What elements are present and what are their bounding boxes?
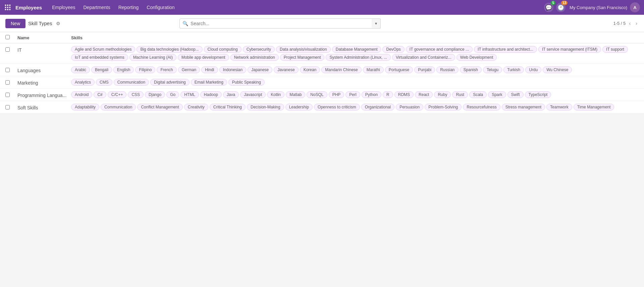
skill-tag[interactable]: Arabic <box>71 66 90 73</box>
activity-notifications[interactable]: 🕐 13 <box>556 3 566 12</box>
search-input[interactable] <box>179 18 381 29</box>
skill-tag[interactable]: Mandarin Chinese <box>321 66 361 73</box>
skill-tag[interactable]: Adaptability <box>71 104 99 110</box>
skill-tag[interactable]: IoT and embedded systems <box>71 54 128 61</box>
skill-tag[interactable]: Portuguese <box>385 66 413 73</box>
user-avatar[interactable]: A <box>630 2 640 12</box>
skill-tag[interactable]: Spanish <box>460 66 482 73</box>
skill-tag[interactable]: Marathi <box>363 66 384 73</box>
skill-tag[interactable]: Critical Thinking <box>210 104 246 110</box>
skill-tag[interactable]: Digital advertising <box>150 79 190 86</box>
row-checkbox-1[interactable] <box>5 68 10 72</box>
skill-tag[interactable]: IT support <box>602 46 628 53</box>
skill-tag[interactable]: Urdu <box>525 66 541 73</box>
skill-tag[interactable]: Japanese <box>248 66 272 73</box>
skill-tag[interactable]: Public Speaking <box>228 79 265 86</box>
skill-tag[interactable]: Android <box>71 91 92 98</box>
apps-menu-button[interactable] <box>4 4 11 11</box>
row-checkbox-4[interactable] <box>5 105 10 109</box>
skill-tag[interactable]: Teamwork <box>546 104 572 110</box>
skill-tag[interactable]: Hadoop <box>200 91 222 98</box>
skill-tag[interactable]: Turkish <box>503 66 524 73</box>
skill-tag[interactable]: German <box>178 66 200 73</box>
skill-tag[interactable]: R <box>383 91 393 98</box>
skill-tag[interactable]: Project Management <box>280 54 325 61</box>
skill-tag[interactable]: Perl <box>345 91 360 98</box>
skill-tag[interactable]: Conflict Management <box>137 104 182 110</box>
skill-tag[interactable]: Java <box>223 91 239 98</box>
skill-tag[interactable]: Python <box>362 91 381 98</box>
next-page-button[interactable]: › <box>634 20 639 27</box>
skill-tag[interactable]: TypeScript <box>525 91 551 98</box>
skill-tag[interactable]: Cybersecurity <box>243 46 275 53</box>
skill-tag[interactable]: CSS <box>128 91 144 98</box>
nav-reporting[interactable]: Reporting <box>115 3 142 11</box>
row-name-4[interactable]: Soft Skills <box>17 104 71 110</box>
skill-tag[interactable]: French <box>157 66 176 73</box>
skill-tag[interactable]: Javanese <box>274 66 298 73</box>
skill-tag[interactable]: Django <box>145 91 165 98</box>
skill-tag[interactable]: Bengali <box>91 66 112 73</box>
skill-tag[interactable]: Matlab <box>286 91 305 98</box>
skill-tag[interactable]: Hindi <box>201 66 218 73</box>
skill-tag[interactable]: English <box>113 66 134 73</box>
row-checkbox-2[interactable] <box>5 80 10 85</box>
skill-tag[interactable]: Analytics <box>71 79 95 86</box>
skill-tag[interactable]: Telugu <box>483 66 502 73</box>
row-name-0[interactable]: IT <box>17 46 71 53</box>
skill-tag[interactable]: IT service management (ITSM) <box>538 46 601 53</box>
skill-tag[interactable]: Stress management <box>502 104 545 110</box>
skill-tag[interactable]: Database Management <box>332 46 381 53</box>
skill-tag[interactable]: Go <box>166 91 179 98</box>
skill-tag[interactable]: Virtualization and Containeriz... <box>392 54 455 61</box>
skill-tag[interactable]: Creativity <box>184 104 208 110</box>
skill-tag[interactable]: Communication <box>114 79 149 86</box>
skill-tag[interactable]: HTML <box>180 91 199 98</box>
skill-tag[interactable]: Filipino <box>135 66 155 73</box>
skill-tag[interactable]: Mobile app development <box>178 54 229 61</box>
skill-tag[interactable]: Russian <box>436 66 458 73</box>
skill-tag[interactable]: Punjabi <box>414 66 435 73</box>
chat-notifications[interactable]: 💬 5 <box>544 3 553 12</box>
row-checkbox-0[interactable] <box>5 47 10 52</box>
skill-tag[interactable]: Spark <box>488 91 506 98</box>
prev-page-button[interactable]: ‹ <box>628 20 632 27</box>
skill-tag[interactable]: IT governance and compliance ... <box>406 46 473 53</box>
skill-tag[interactable]: Ruby <box>434 91 451 98</box>
new-button[interactable]: New <box>5 19 25 28</box>
skill-tag[interactable]: Problem-Solving <box>425 104 462 110</box>
skill-tag[interactable]: Rust <box>452 91 468 98</box>
skill-tag[interactable]: CMS <box>96 79 112 86</box>
skill-tag[interactable]: DevOps <box>382 46 404 53</box>
row-name-2[interactable]: Marketing <box>17 79 71 86</box>
skill-tag[interactable]: System Administration (Linux, ... <box>326 54 390 61</box>
select-all-checkbox[interactable] <box>5 35 10 39</box>
skill-tag[interactable]: Data analysis/visualization <box>276 46 331 53</box>
skill-tag[interactable]: RDMS <box>394 91 414 98</box>
skill-tag[interactable]: Web Development <box>457 54 497 61</box>
search-dropdown-button[interactable]: ▾ <box>372 18 381 29</box>
skill-tag[interactable]: Wu Chinese <box>543 66 572 73</box>
skill-tag[interactable]: C# <box>94 91 106 98</box>
row-checkbox-3[interactable] <box>5 93 10 97</box>
skill-tag[interactable]: Agile and Scrum methodologies <box>71 46 135 53</box>
skill-tag[interactable]: Resourcefulness <box>463 104 500 110</box>
skill-tag[interactable]: Scala <box>469 91 487 98</box>
skill-tag[interactable]: Javascript <box>240 91 266 98</box>
skill-tag[interactable]: Swift <box>507 91 524 98</box>
skill-tag[interactable]: Openness to criticism <box>314 104 360 110</box>
nav-configuration[interactable]: Configuration <box>143 3 178 11</box>
skill-tag[interactable]: React <box>415 91 433 98</box>
skill-tag[interactable]: Big data technologies (Hadoop... <box>137 46 202 53</box>
skill-tag[interactable]: Leadership <box>285 104 313 110</box>
skill-tag[interactable]: IT infrastructure and architect... <box>474 46 537 53</box>
skill-tag[interactable]: Decision-Making <box>247 104 284 110</box>
skill-tag[interactable]: C/C++ <box>108 91 127 98</box>
skill-tag[interactable]: Time Management <box>574 104 614 110</box>
row-name-1[interactable]: Languages <box>17 66 71 73</box>
skill-tag[interactable]: Email Marketing <box>191 79 227 86</box>
skill-tag[interactable]: Korean <box>300 66 320 73</box>
skill-tag[interactable]: Persuasion <box>396 104 423 110</box>
nav-employees[interactable]: Employees <box>49 3 78 11</box>
skill-tag[interactable]: PHP <box>329 91 344 98</box>
